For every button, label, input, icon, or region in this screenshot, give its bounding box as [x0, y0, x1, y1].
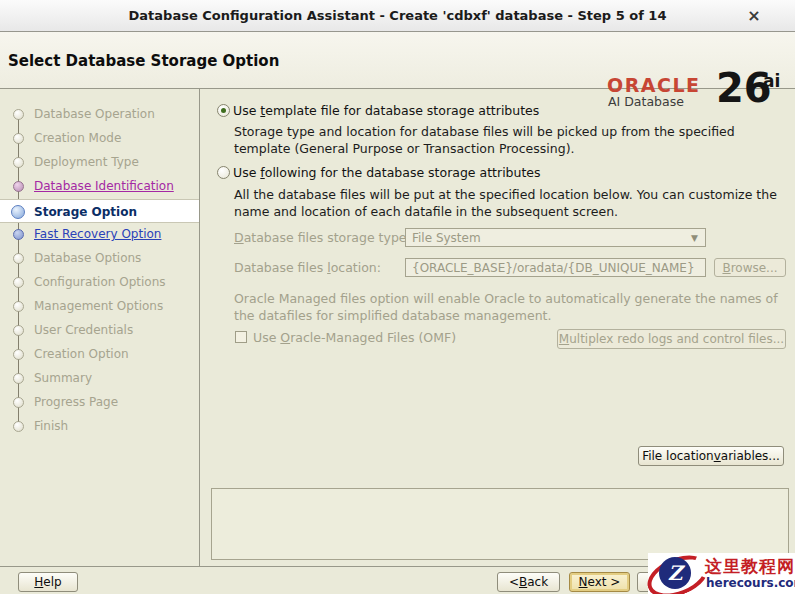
step-dot-icon — [11, 205, 25, 219]
sidebar-item-label: Progress Page — [34, 395, 118, 409]
sidebar-item-configuration-options: Configuration Options — [0, 270, 199, 294]
file-location-variables-button[interactable]: File location variables... — [638, 446, 784, 466]
step-dot-icon — [13, 181, 24, 192]
step-dot-icon — [13, 253, 24, 264]
step-dot-icon — [13, 277, 24, 288]
radio-selected-dot — [221, 108, 226, 113]
wizard-header: Select Database Storage Option ORACLE AI… — [0, 32, 795, 89]
browse-button: Browse... — [714, 258, 786, 277]
sidebar-item-finish: Finish — [0, 414, 199, 438]
step-dot-icon — [13, 109, 24, 120]
sidebar-item-label: Database Identification — [34, 179, 174, 193]
sidebar-item-label: Finish — [34, 419, 68, 433]
help-button[interactable]: Help — [18, 572, 78, 592]
sidebar-item-management-options: Management Options — [0, 294, 199, 318]
watermark: Z 这里教程网 herecours.com — [648, 553, 795, 594]
step-dot-icon — [13, 349, 24, 360]
use-template-radio-label[interactable]: Use template file for database storage a… — [233, 103, 539, 118]
use-following-radio[interactable] — [217, 166, 230, 179]
omf-checkbox-label: Use Oracle-Managed Files (OMF) — [253, 330, 456, 345]
sidebar-item-progress-page: Progress Page — [0, 390, 199, 414]
sidebar-item-label: Storage Option — [34, 205, 137, 219]
dbca-wizard-window: Database Configuration Assistant - Creat… — [0, 0, 795, 594]
oracle-product-label: AI Database — [608, 94, 684, 109]
sidebar-item-creation-option: Creation Option — [0, 342, 199, 366]
chevron-down-icon: ▼ — [691, 233, 698, 243]
sidebar-item-label: Fast Recovery Option — [34, 227, 161, 241]
files-location-label: Database files location: — [234, 260, 381, 275]
watermark-title: 这里教程网 — [705, 555, 795, 578]
sidebar-item-deployment-type: Deployment Type — [0, 150, 199, 174]
sidebar-item-label: Management Options — [34, 299, 163, 313]
sidebar-item-storage-option: Storage Option — [0, 199, 199, 223]
multiplex-redo-logs-button: Multiplex redo logs and control files... — [557, 329, 786, 349]
page-title: Select Database Storage Option — [8, 52, 279, 70]
sidebar-item-summary: Summary — [0, 366, 199, 390]
sidebar-item-user-credentials: User Credentials — [0, 318, 199, 342]
omf-note: Oracle Managed files option will enable … — [234, 291, 779, 324]
use-template-radio[interactable] — [217, 104, 230, 117]
step-dot-icon — [13, 397, 24, 408]
sidebar-item-label: Database Options — [34, 251, 141, 265]
use-template-description: Storage type and location for database f… — [234, 124, 790, 157]
omf-checkbox — [235, 331, 247, 343]
step-dot-icon — [13, 301, 24, 312]
oracle-version-suffix: ai — [763, 71, 780, 91]
sidebar-item-creation-mode: Creation Mode — [0, 126, 199, 150]
sidebar-item-database-operation: Database Operation — [0, 102, 199, 126]
sidebar-item-label: Creation Mode — [34, 131, 121, 145]
step-dot-icon — [13, 157, 24, 168]
sidebar-item-database-options: Database Options — [0, 246, 199, 270]
step-dot-icon — [13, 421, 24, 432]
watermark-z-logo-icon: Z — [659, 557, 691, 589]
sidebar-item-label: User Credentials — [34, 323, 133, 337]
oracle-logo: ORACLE — [607, 74, 701, 96]
storage-type-dropdown: File System ▼ — [405, 228, 706, 247]
close-icon[interactable]: × — [743, 5, 765, 27]
titlebar: Database Configuration Assistant - Creat… — [0, 0, 795, 32]
step-dot-icon — [13, 229, 24, 240]
use-following-radio-label[interactable]: Use following for the database storage a… — [233, 165, 541, 180]
watermark-site-url: herecours.com — [706, 576, 795, 590]
sidebar-item-label: Database Operation — [34, 107, 155, 121]
storage-type-label: Database files storage type: — [234, 230, 411, 245]
step-dot-icon — [13, 133, 24, 144]
files-location-value: {ORACLE_BASE}/oradata/{DB_UNIQUE_NAME} — [412, 259, 695, 277]
back-button[interactable]: < Back — [497, 572, 560, 592]
step-dot-icon — [13, 373, 24, 384]
use-following-description: All the database files will be put at th… — [234, 187, 790, 220]
window-title: Database Configuration Assistant - Creat… — [0, 8, 795, 23]
sidebar-item-database-identification[interactable]: Database Identification — [0, 174, 199, 198]
storage-type-value: File System — [412, 229, 481, 247]
files-location-input: {ORACLE_BASE}/oradata/{DB_UNIQUE_NAME} — [405, 258, 706, 277]
sidebar-item-label: Configuration Options — [34, 275, 166, 289]
sidebar-item-label: Summary — [34, 371, 92, 385]
sidebar-item-label: Deployment Type — [34, 155, 139, 169]
message-box — [211, 488, 789, 560]
step-dot-icon — [13, 325, 24, 336]
sidebar-divider — [199, 88, 200, 566]
next-button[interactable]: Next > — [569, 572, 630, 592]
sidebar-item-label: Creation Option — [34, 347, 129, 361]
sidebar-item-fast-recovery-option[interactable]: Fast Recovery Option — [0, 222, 199, 246]
